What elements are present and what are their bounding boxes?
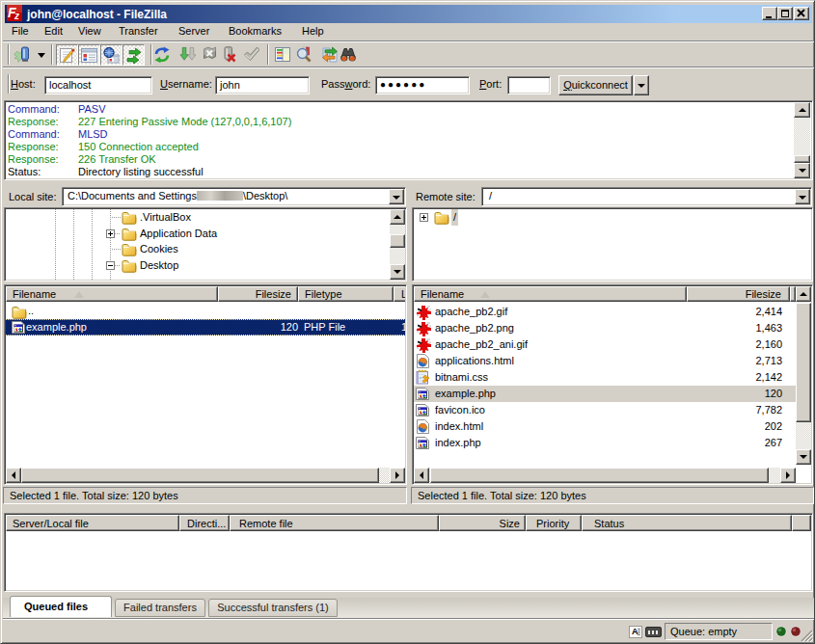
svg-text:z: z bbox=[14, 11, 19, 21]
